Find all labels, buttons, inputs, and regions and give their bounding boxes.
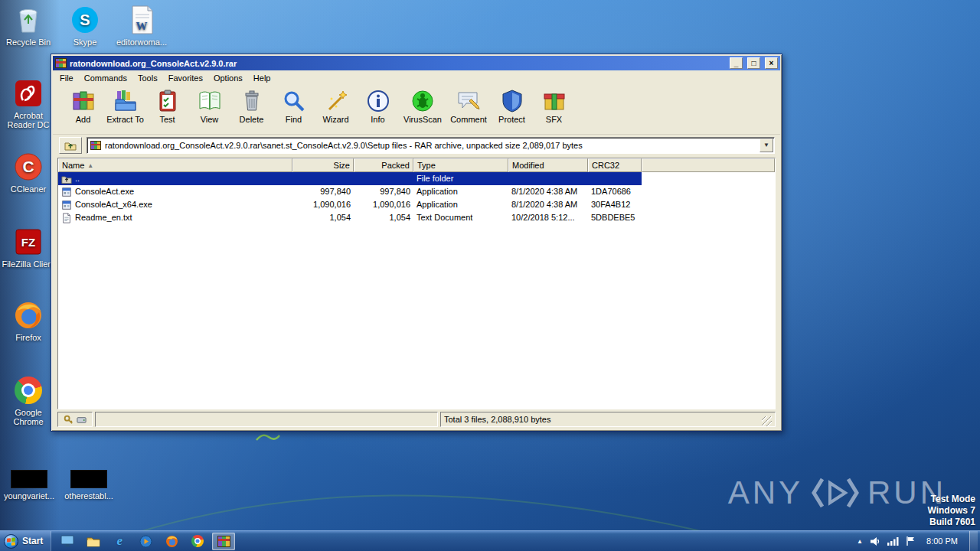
svg-text:W: W bbox=[136, 20, 148, 32]
desktop-icon-chrome[interactable]: Google Chrome bbox=[0, 375, 57, 426]
file-list-body: .. File folder bbox=[58, 172, 775, 409]
testmode-label: Test Mode Windows 7 Build 7601 bbox=[927, 494, 975, 528]
extract-to-icon bbox=[113, 89, 138, 113]
chrome-small-icon bbox=[191, 535, 204, 547]
desktop-icon-firefox[interactable]: Firefox bbox=[0, 300, 57, 342]
desktop-icon-skype[interactable]: S Skype bbox=[57, 5, 113, 47]
view-icon bbox=[198, 89, 222, 113]
info-icon bbox=[366, 89, 390, 113]
taskbar-media-player-icon[interactable] bbox=[134, 533, 157, 550]
desktop-icon-word-document[interactable]: W editorwoma... bbox=[113, 5, 170, 47]
file-list: Name▲ Size Packed Type Modified CRC32 bbox=[57, 158, 776, 409]
comment-icon bbox=[456, 89, 481, 113]
recycle-bin-icon bbox=[13, 5, 44, 35]
desktop-icon-label: Google Chrome bbox=[0, 408, 57, 426]
close-button[interactable]: × bbox=[765, 57, 778, 69]
desktop-icon-label: FileZilla Client bbox=[0, 259, 57, 269]
address-dropdown-button[interactable]: ▼ bbox=[760, 139, 773, 152]
column-header-size[interactable]: Size bbox=[292, 158, 354, 172]
filezilla-icon: FZ bbox=[13, 227, 44, 257]
menu-favorites[interactable]: Favorites bbox=[163, 72, 208, 84]
view-button[interactable]: View bbox=[188, 87, 230, 125]
desktop-icon-recycle-bin[interactable]: Recycle Bin bbox=[0, 5, 57, 47]
firefox-small-icon bbox=[165, 535, 178, 548]
file-row-parent-dir[interactable]: .. File folder bbox=[58, 172, 775, 185]
file-row-consoleact-x64-exe[interactable]: ConsoleAct_x64.exe 1,090,016 1,090,016 A… bbox=[58, 198, 775, 211]
menu-commands[interactable]: Commands bbox=[79, 72, 132, 84]
file-row-consoleact-exe[interactable]: ConsoleAct.exe 997,840 997,840 Applicati… bbox=[58, 185, 775, 198]
svg-text:C: C bbox=[22, 158, 34, 175]
taskbar-winrar-icon[interactable] bbox=[212, 533, 235, 550]
desktop-icon-label: Firefox bbox=[0, 333, 57, 342]
desktop-icon-filezilla[interactable]: FZ FileZilla Client bbox=[0, 227, 57, 269]
desktop-icon-ccleaner[interactable]: C CCleaner bbox=[0, 152, 57, 194]
testmode-line2: Windows 7 bbox=[927, 505, 975, 517]
desktop-icon-label: CCleaner bbox=[0, 184, 57, 194]
find-button[interactable]: Find bbox=[273, 87, 315, 125]
menu-file[interactable]: File bbox=[54, 72, 79, 84]
comment-button[interactable]: Comment bbox=[446, 87, 491, 125]
column-header-packed[interactable]: Packed bbox=[354, 158, 413, 172]
taskbar-firefox-icon[interactable] bbox=[160, 533, 183, 550]
winrar-app-icon bbox=[55, 58, 67, 68]
test-icon bbox=[155, 89, 180, 113]
show-hidden-icons-button[interactable]: ▲ bbox=[857, 538, 863, 545]
delete-button[interactable]: Delete bbox=[230, 87, 273, 125]
desktop-icon-acrobat[interactable]: Acrobat Reader DC bbox=[0, 78, 57, 129]
testmode-line3: Build 7601 bbox=[927, 517, 975, 528]
winrar-books-icon bbox=[217, 536, 230, 547]
desktop-icon-label: Acrobat Reader DC bbox=[0, 111, 57, 129]
virusscan-button[interactable]: VirusScan bbox=[399, 87, 446, 125]
show-desktop-button[interactable] bbox=[969, 531, 978, 551]
taskbar-chrome-icon[interactable] bbox=[186, 533, 209, 550]
column-header-crc32[interactable]: CRC32 bbox=[588, 158, 642, 172]
resize-grip[interactable] bbox=[762, 416, 772, 426]
taskbar: Start e bbox=[0, 530, 980, 551]
taskbar-ie-icon[interactable]: e bbox=[108, 533, 131, 550]
desktop-icon-image-2[interactable]: otherestabl... bbox=[60, 470, 118, 500]
maximize-button[interactable]: □ bbox=[747, 57, 760, 69]
virusscan-icon bbox=[410, 89, 435, 113]
sfx-button[interactable]: SFX bbox=[533, 87, 575, 125]
taskbar-desktop-icon[interactable] bbox=[56, 533, 79, 550]
minimize-button[interactable]: _ bbox=[730, 57, 743, 69]
extract-to-button[interactable]: Extract To bbox=[104, 87, 146, 125]
column-header-name[interactable]: Name▲ bbox=[58, 158, 292, 172]
menu-help[interactable]: Help bbox=[248, 72, 276, 84]
desktop-icon-label: Recycle Bin bbox=[0, 37, 57, 47]
volume-icon[interactable] bbox=[870, 536, 880, 546]
taskbar-clock[interactable]: 8:00 PM bbox=[922, 536, 962, 546]
status-total-text: Total 3 files, 2,088,910 bytes bbox=[444, 415, 550, 424]
protect-icon bbox=[500, 89, 524, 113]
file-row-readme-txt[interactable]: Readme_en.txt 1,054 1,054 Text Document … bbox=[58, 211, 775, 224]
menu-tools[interactable]: Tools bbox=[132, 72, 163, 84]
window-titlebar[interactable]: ratondownload.org_ConsoleAct.v2.9.0.rar … bbox=[53, 56, 780, 70]
testmode-line1: Test Mode bbox=[927, 494, 975, 505]
info-button[interactable]: Info bbox=[357, 87, 399, 125]
svg-text:S: S bbox=[80, 11, 90, 28]
up-one-level-button[interactable] bbox=[59, 137, 82, 154]
network-icon[interactable] bbox=[887, 536, 899, 546]
start-button[interactable]: Start bbox=[0, 531, 51, 551]
column-header-modified[interactable]: Modified bbox=[508, 158, 588, 172]
add-icon bbox=[71, 89, 96, 113]
monitor-icon bbox=[60, 535, 74, 547]
address-bar: ratondownload.org_ConsoleAct.v2.9.0.rar\… bbox=[53, 135, 780, 155]
taskbar-explorer-icon[interactable] bbox=[82, 533, 105, 550]
action-center-flag-icon[interactable] bbox=[906, 536, 915, 546]
application-file-icon bbox=[61, 187, 72, 197]
protect-button[interactable]: Protect bbox=[491, 87, 533, 125]
column-header-type[interactable]: Type bbox=[413, 158, 508, 172]
chrome-icon bbox=[13, 375, 44, 406]
taskbar-apps: e bbox=[56, 531, 235, 551]
add-button[interactable]: Add bbox=[62, 87, 104, 125]
wizard-icon bbox=[324, 89, 348, 113]
menu-options[interactable]: Options bbox=[208, 72, 248, 84]
address-combobox[interactable]: ratondownload.org_ConsoleAct.v2.9.0.rar\… bbox=[87, 137, 775, 154]
desktop-icon-label: editorwoma... bbox=[113, 37, 170, 47]
test-button[interactable]: Test bbox=[146, 87, 188, 125]
sfx-icon bbox=[542, 89, 567, 113]
wizard-button[interactable]: Wizard bbox=[315, 87, 357, 125]
desktop-icon-image-1[interactable]: youngvariet... bbox=[0, 470, 58, 500]
image-thumbnail bbox=[11, 470, 47, 488]
